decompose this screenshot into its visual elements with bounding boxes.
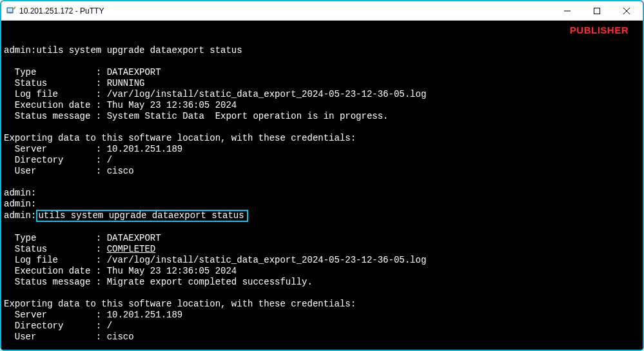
prompt-line-1: admin:utils system upgrade dataexport st… (4, 45, 242, 55)
publisher-badge: PUBLISHER (570, 25, 629, 35)
exec-line-1: Execution date : Thu May 23 12:36:05 202… (4, 100, 237, 110)
status-completed: COMPLETED (107, 244, 156, 254)
titlebar: 10.201.251.172 - PuTTY (1, 1, 643, 21)
export-header-2: Exporting data to this software location… (4, 299, 356, 309)
admin-prompt-prefix: admin: (4, 210, 36, 221)
svg-rect-3 (594, 8, 600, 14)
user-line-2: User : cisco (4, 332, 134, 342)
svg-rect-2 (10, 13, 12, 14)
logfile-line-1: Log file : /var/log/install/static_data_… (4, 89, 426, 99)
server-line-2: Server : 10.201.251.189 (4, 310, 182, 320)
exec-line-2: Execution date : Thu May 23 12:36:05 202… (4, 266, 237, 276)
terminal-area[interactable]: PUBLISHER admin:utils system upgrade dat… (1, 21, 643, 350)
msg-line-1: Status message : System Static Data Expo… (4, 111, 389, 121)
maximize-button[interactable] (582, 1, 612, 20)
minimize-button[interactable] (552, 1, 582, 20)
window-title: 10.201.251.172 - PuTTY (19, 6, 552, 15)
putty-window: 10.201.251.172 - PuTTY PUBLISHER admin:u… (0, 0, 644, 351)
admin-prompt-blank-2: admin: (4, 199, 36, 209)
window-controls (552, 1, 641, 20)
admin-prompt-blank-1: admin: (4, 188, 36, 198)
export-header-1: Exporting data to this software location… (4, 133, 356, 143)
dir-line-1: Directory : / (4, 155, 112, 165)
svg-rect-1 (8, 8, 12, 12)
close-button[interactable] (612, 1, 641, 20)
status-line-1: Status : RUNNING (4, 78, 144, 88)
type-line-2: Type : DATAEXPORT (4, 233, 161, 243)
user-line-1: User : cisco (4, 166, 134, 176)
putty-icon (6, 6, 15, 15)
dir-line-2: Directory : / (4, 321, 112, 331)
status-prefix-2: Status : (4, 244, 107, 254)
type-line-1: Type : DATAEXPORT (4, 67, 161, 77)
highlighted-command: utils system upgrade dataexport status (36, 210, 248, 222)
msg-line-2: Status message : Migrate export complete… (4, 277, 313, 287)
server-line-1: Server : 10.201.251.189 (4, 144, 182, 154)
logfile-line-2: Log file : /var/log/install/static_data_… (4, 255, 426, 265)
